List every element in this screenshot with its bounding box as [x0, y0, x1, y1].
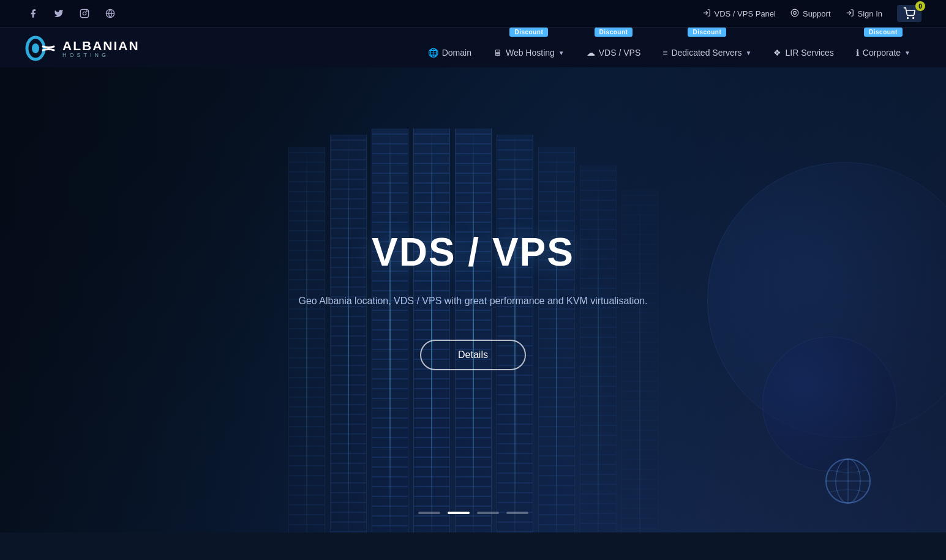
- panel-icon: [702, 9, 711, 19]
- globe-decoration: [824, 457, 873, 508]
- slide-dot-4[interactable]: [506, 512, 528, 514]
- hero-content: VDS / VPS Geo Albania location, VDS / VP…: [298, 230, 647, 370]
- lir-services-label: LIR Services: [785, 48, 833, 58]
- vds-vps-link[interactable]: ☁ VDS / VPS: [576, 38, 651, 67]
- web-hosting-chevron: ▼: [558, 50, 565, 56]
- slide-dot-3[interactable]: [477, 512, 499, 514]
- support-link[interactable]: Support: [790, 9, 831, 19]
- dedicated-servers-label: Dedicated Servers: [671, 48, 741, 58]
- globe-icon[interactable]: [102, 5, 119, 22]
- cart-button[interactable]: 0: [897, 5, 922, 22]
- dedicated-servers-link[interactable]: ≡ Dedicated Servers ▼: [651, 38, 762, 67]
- corporate-nav-icon: ℹ: [856, 48, 859, 58]
- slide-dot-2[interactable]: [448, 512, 470, 514]
- instagram-icon[interactable]: [76, 5, 93, 22]
- corporate-chevron: ▼: [904, 50, 910, 56]
- server-nav-icon: ≡: [663, 48, 667, 58]
- hosting-nav-icon: 🖥: [494, 48, 502, 58]
- web-hosting-label: Web Hosting: [506, 48, 555, 58]
- web-hosting-link[interactable]: 🖥 Web Hosting ▼: [482, 38, 576, 67]
- slide-dot-1[interactable]: [418, 512, 440, 514]
- lir-services-nav[interactable]: ❖ LIR Services: [762, 38, 844, 67]
- svg-point-2: [86, 11, 87, 12]
- hero-section: VDS / VPS Geo Albania location, VDS / VP…: [0, 67, 946, 532]
- web-hosting-discount-badge: Discount: [509, 28, 548, 37]
- twitter-icon[interactable]: [50, 5, 67, 22]
- svg-point-5: [794, 11, 797, 14]
- support-icon: [790, 9, 799, 19]
- svg-point-6: [907, 18, 909, 19]
- svg-point-1: [83, 12, 86, 15]
- logo[interactable]: ALBANIAN HOSTING: [24, 29, 140, 67]
- social-icons: [24, 5, 119, 22]
- domain-link[interactable]: 🌐 Domain: [417, 38, 482, 67]
- top-right-links: VDS / VPS Panel Support Sign In: [702, 5, 922, 22]
- support-label: Support: [803, 9, 831, 18]
- svg-point-9: [32, 43, 39, 53]
- hero-title: VDS / VPS: [298, 230, 647, 275]
- nav-items: 🌐 Domain Discount 🖥 Web Hosting ▼ Discou…: [417, 28, 922, 67]
- slider-dots: [418, 512, 528, 514]
- sign-in-link[interactable]: Sign In: [846, 9, 882, 19]
- lir-nav-icon: ❖: [773, 48, 781, 58]
- web-hosting-nav[interactable]: Discount 🖥 Web Hosting ▼: [482, 28, 576, 67]
- facebook-icon[interactable]: [24, 5, 42, 22]
- dedicated-servers-nav[interactable]: Discount ≡ Dedicated Servers ▼: [651, 28, 762, 67]
- logo-text-main: ALBANIAN: [62, 39, 140, 53]
- sign-in-label: Sign In: [858, 9, 882, 18]
- corporate-nav[interactable]: Discount ℹ Corporate ▼: [845, 28, 922, 67]
- svg-point-7: [913, 18, 914, 19]
- signin-icon: [846, 9, 854, 19]
- dedicated-chevron: ▼: [746, 50, 752, 56]
- corporate-label: Corporate: [863, 48, 901, 58]
- corporate-discount-badge: Discount: [864, 28, 903, 37]
- vds-vps-label: VDS / VPS: [599, 48, 640, 58]
- svg-point-4: [791, 9, 798, 17]
- domain-nav[interactable]: 🌐 Domain: [417, 38, 482, 67]
- vds-vps-nav[interactable]: Discount ☁ VDS / VPS: [576, 28, 651, 67]
- hero-subtitle: Geo Albania location, VDS / VPS with gre…: [298, 293, 647, 309]
- dedicated-discount-badge: Discount: [688, 28, 726, 37]
- logo-wrap: ALBANIAN HOSTING: [24, 35, 140, 61]
- vds-vps-panel-label: VDS / VPS Panel: [715, 9, 776, 18]
- domain-label: Domain: [442, 48, 471, 58]
- globe-nav-icon: 🌐: [428, 48, 438, 58]
- vds-vps-panel-link[interactable]: VDS / VPS Panel: [702, 9, 776, 19]
- cart-badge: 0: [915, 1, 925, 11]
- cloud-nav-icon: ☁: [587, 48, 595, 58]
- lir-services-link[interactable]: ❖ LIR Services: [762, 38, 844, 67]
- corporate-link[interactable]: ℹ Corporate ▼: [845, 38, 922, 67]
- hero-details-button[interactable]: Details: [420, 340, 526, 370]
- logo-icon: [24, 35, 56, 61]
- logo-text-wrap: ALBANIAN HOSTING: [62, 39, 140, 58]
- logo-text-sub: HOSTING: [62, 52, 140, 58]
- top-bar: VDS / VPS Panel Support Sign In: [0, 0, 946, 28]
- navbar: ALBANIAN HOSTING 🌐 Domain Discount 🖥 Web…: [0, 28, 946, 67]
- svg-rect-0: [80, 9, 88, 17]
- vds-vps-discount-badge: Discount: [595, 28, 633, 37]
